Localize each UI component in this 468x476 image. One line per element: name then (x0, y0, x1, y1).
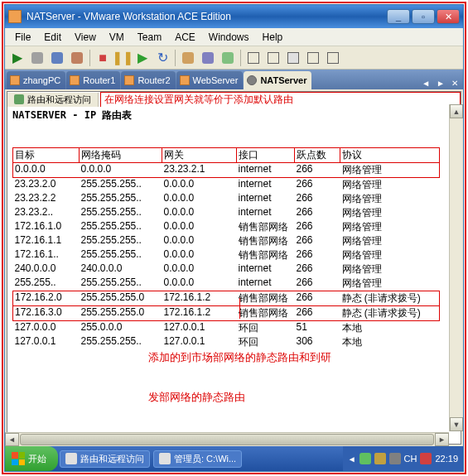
tray-icon[interactable] (420, 453, 432, 464)
scroll-down-button[interactable]: ▼ (450, 417, 463, 431)
menu-ace[interactable]: ACE (168, 30, 202, 45)
cell: 网络管理 (340, 262, 440, 276)
table-row[interactable]: 172.16.2.0255.255.255.0172.16.1.2销售部网络26… (13, 291, 440, 306)
vm-icon (124, 75, 134, 85)
vm-tab-router1[interactable]: Router1 (66, 71, 120, 89)
tab-close[interactable]: ✕ (448, 77, 461, 89)
cell: 266 (295, 206, 340, 220)
tab-label: zhangPC (23, 75, 60, 85)
cell: 0.0.0.0 (162, 206, 237, 220)
tab-scroll-left[interactable]: ◄ (418, 77, 433, 89)
annotation-top: 在网络连接设置网关就等价于添加默认路由 (100, 92, 461, 108)
menu-view[interactable]: View (68, 30, 103, 45)
column-header[interactable]: 目标 (13, 148, 80, 163)
close-button[interactable]: ✕ (437, 9, 460, 24)
cell: 255.255.. (13, 276, 80, 291)
play-button[interactable]: ▶ (133, 49, 152, 67)
table-row[interactable]: 0.0.0.00.0.0.023.23.2.1internet266网络管理 (13, 163, 440, 178)
cell: 266 (295, 248, 340, 262)
inner-tab-label: 路由和远程访问 (27, 94, 91, 106)
system-tray[interactable]: ◄ CH 22:19 (343, 446, 463, 471)
cell: 销售部网络 (237, 291, 295, 306)
menu-team[interactable]: Team (131, 30, 168, 45)
cell: 网络管理 (340, 248, 440, 262)
taskbar-item[interactable]: 管理员: C:\Wi... (153, 450, 242, 468)
vm-tab-zhangpc[interactable]: zhangPC (7, 71, 65, 89)
scroll-left-button[interactable]: ◄ (5, 433, 19, 446)
view-button[interactable] (244, 49, 263, 67)
cell: internet (237, 163, 295, 178)
tool-button[interactable] (219, 49, 237, 67)
fullscreen-button[interactable] (284, 49, 302, 67)
menu-edit[interactable]: Edit (37, 30, 68, 45)
vm-screen[interactable]: 路由和远程访问 在网络连接设置网关就等价于添加默认路由 NATSERVER - … (7, 91, 461, 445)
column-header[interactable]: 网络掩码 (80, 148, 162, 163)
table-row[interactable]: 23.23.2..255.255.255..0.0.0.0internet266… (13, 206, 440, 220)
cell: 255.255.255.. (80, 206, 162, 220)
tool-button[interactable] (28, 49, 46, 67)
pause-button[interactable]: ❚❚ (113, 49, 132, 67)
power-on-button[interactable]: ▶ (8, 49, 27, 67)
cell: 网络管理 (340, 163, 440, 178)
scroll-right-button[interactable]: ► (435, 433, 449, 446)
clock[interactable]: 22:19 (435, 454, 458, 464)
table-row[interactable]: 172.16.3.0255.255.255.0172.16.1.2销售部网络26… (13, 306, 440, 321)
unity-button[interactable] (304, 49, 322, 67)
snapshot-button[interactable] (179, 49, 197, 67)
cell: internet (237, 262, 295, 276)
column-header[interactable]: 接口 (237, 148, 295, 163)
column-header[interactable]: 协议 (340, 148, 440, 163)
menu-bar: FileEditViewVMTeamACEWindowsHelp (5, 28, 463, 46)
menu-windows[interactable]: Windows (202, 30, 256, 45)
tool-button[interactable] (68, 49, 86, 67)
menu-help[interactable]: Help (256, 30, 290, 45)
table-row[interactable]: 240.0.0.0240.0.0.00.0.0.0internet266网络管理 (13, 262, 440, 276)
cell: 销售部网络 (237, 248, 295, 262)
scrollbar-vertical[interactable]: ▲ ▼ (449, 104, 463, 431)
vm-icon (180, 75, 190, 85)
menu-file[interactable]: File (8, 30, 37, 45)
vm-tab-webserver[interactable]: WebServer (176, 71, 244, 89)
table-row[interactable]: 172.16.1.0255.255.255..0.0.0.0销售部网络266网络… (13, 220, 440, 234)
start-button[interactable]: 开始 (5, 446, 58, 471)
gear-icon (247, 75, 257, 85)
cell: internet (237, 276, 295, 291)
tab-scroll-right[interactable]: ► (433, 77, 448, 89)
cell: 销售部网络 (237, 234, 295, 248)
tab-label: WebServer (193, 75, 239, 85)
inner-tab-routing[interactable]: 路由和远程访问 (7, 93, 99, 107)
column-header[interactable]: 网关 (162, 148, 237, 163)
menu-vm[interactable]: VM (103, 30, 131, 45)
vm-tab-router2[interactable]: Router2 (121, 71, 175, 89)
minimize-button[interactable]: _ (387, 9, 410, 24)
tray-icon[interactable] (359, 453, 371, 464)
table-row[interactable]: 255.255..255.255.255..0.0.0.0internet266… (13, 276, 440, 291)
tool-button[interactable] (324, 49, 342, 67)
scrollbar-horizontal[interactable]: ◄ ► (5, 432, 449, 446)
stop-button[interactable]: ■ (94, 49, 112, 67)
cell: 本地 (340, 321, 440, 336)
table-row[interactable]: 23.23.2.2255.255.255..0.0.0.0internet266… (13, 192, 440, 206)
view-button[interactable] (264, 49, 282, 67)
language-indicator[interactable]: CH (404, 454, 417, 464)
scroll-up-button[interactable]: ▲ (450, 104, 463, 118)
taskbar-item-label: 路由和远程访问 (80, 453, 144, 465)
table-row[interactable]: 172.16.1.1255.255.255..0.0.0.0销售部网络266网络… (13, 234, 440, 248)
column-header[interactable]: 跃点数 (295, 148, 340, 163)
tool-button[interactable] (48, 49, 66, 67)
taskbar-item[interactable]: 路由和远程访问 (60, 450, 150, 468)
tray-icon[interactable] (374, 453, 386, 464)
table-row[interactable]: 172.16.1..255.255.255..0.0.0.0销售部网络266网络… (13, 248, 440, 262)
tray-icon[interactable] (389, 453, 401, 464)
reset-button[interactable]: ↻ (153, 49, 171, 67)
cell: 172.16.1.2 (162, 291, 237, 306)
cell: 255.255.255.0 (80, 291, 162, 306)
tray-expand-icon[interactable]: ◄ (348, 454, 356, 464)
tool-button[interactable] (199, 49, 217, 67)
maximize-button[interactable]: ▫ (412, 9, 435, 24)
app-icon (65, 453, 77, 464)
scroll-thumb[interactable] (20, 434, 434, 445)
vm-tab-natserver[interactable]: NATServer (244, 71, 311, 89)
table-row[interactable]: 23.23.2.0255.255.255..0.0.0.0internet266… (13, 178, 440, 193)
vm-icon (70, 75, 80, 85)
